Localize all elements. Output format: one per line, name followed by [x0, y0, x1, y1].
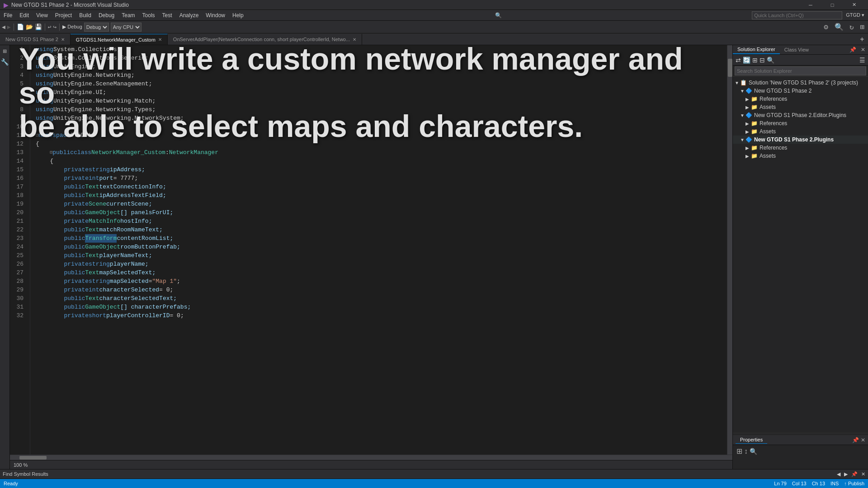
- se-tab-solution[interactable]: Solution Explorer: [733, 45, 780, 54]
- status-publish[interactable]: ↑ Publish: [844, 481, 864, 486]
- code-line-12: {: [36, 140, 727, 148]
- se-btn-4[interactable]: ⊟: [760, 56, 765, 64]
- menu-project[interactable]: Project: [52, 10, 75, 20]
- menu-analyze[interactable]: Analyze: [176, 10, 203, 20]
- tabbar: New GTGD S1 Phase 2 ✕ GTGDS1.NetworkMana…: [0, 33, 868, 45]
- toolbar-open-icon[interactable]: 📂: [26, 23, 33, 31]
- se-search-input[interactable]: [735, 66, 866, 75]
- se-item-solution[interactable]: ▼ 📋 Solution 'New GTGD S1 Phase 2' (3 pr…: [733, 79, 868, 87]
- menu-window[interactable]: Window: [202, 10, 229, 20]
- code-content[interactable]: using System.Collections; using System.C…: [30, 45, 727, 455]
- zoom-bar: 100 %: [10, 460, 732, 469]
- se-close-icon[interactable]: ✕: [858, 47, 868, 53]
- status-ln: Ln 79: [774, 481, 787, 486]
- se-icon-1[interactable]: ⚙: [824, 23, 828, 32]
- se-item-refs3[interactable]: ▶ 📁 References: [733, 144, 868, 152]
- close-button[interactable]: ✕: [844, 0, 864, 10]
- tab-networkmanager[interactable]: GTGDS1.NetworkManager_Custom ✕: [71, 34, 168, 45]
- status-col: Col 13: [792, 481, 807, 486]
- se-item-refs2[interactable]: ▶ 📁 References: [733, 119, 868, 127]
- se-item-assets2[interactable]: ▶ 📁 Assets: [733, 127, 868, 136]
- se-label-assets2: Assets: [760, 128, 776, 135]
- se-icon-3[interactable]: ↻: [849, 23, 854, 32]
- se-btn-6[interactable]: ☰: [859, 56, 865, 64]
- vertical-scrollbar[interactable]: [727, 45, 732, 455]
- menu-build[interactable]: Build: [75, 10, 95, 20]
- find-close-icon[interactable]: ✕: [861, 471, 865, 477]
- tab-project[interactable]: New GTGD S1 Phase 2 ✕: [0, 34, 71, 45]
- new-tab-button[interactable]: +: [856, 34, 868, 45]
- find-next-icon[interactable]: ▶: [844, 471, 848, 477]
- code-line-27: public Text mapSelectedText;: [36, 268, 727, 277]
- se-label-refs3: References: [760, 145, 787, 151]
- se-item-project2[interactable]: ▼ 🔷 New GTGD S1 Phase 2.Editor.Plugins: [733, 111, 868, 119]
- minimize-button[interactable]: ─: [800, 0, 821, 10]
- menu-file[interactable]: File: [0, 10, 16, 20]
- code-editor[interactable]: 1 2 3 4 5 6 7 8 9 10 11 12 13 14 15 16 1: [10, 45, 732, 455]
- code-line-21: private MatchInfo hostInfo;: [36, 217, 727, 225]
- se-item-project3[interactable]: ▼ 🔷 New GTGD S1 Phase 2.Plugins: [733, 136, 868, 144]
- platform-select[interactable]: Any CPU: [111, 23, 142, 32]
- code-line-14: {: [36, 157, 727, 165]
- menu-tools[interactable]: Tools: [139, 10, 159, 20]
- zoom-label[interactable]: 100 %: [14, 462, 28, 468]
- find-results-label: Find Symbol Results: [3, 471, 837, 477]
- menu-view[interactable]: View: [33, 10, 52, 20]
- toolbar-redo-icon[interactable]: ↪: [53, 23, 57, 31]
- config-select[interactable]: Debug: [84, 23, 109, 32]
- se-item-assets3[interactable]: ▶ 📁 Assets: [733, 152, 868, 160]
- se-toolbar: ⇄ 🔄 ⊞ ⊟ 🔍 ☰: [733, 55, 868, 66]
- se-btn-1[interactable]: ⇄: [736, 56, 741, 64]
- profile-label[interactable]: GTGD ▾: [846, 12, 864, 18]
- se-item-project1[interactable]: ▼ 🔷 New GTGD S1 Phase 2: [733, 87, 868, 95]
- prop-alphabetical-icon[interactable]: ↕: [744, 447, 748, 455]
- se-btn-2[interactable]: 🔄: [743, 56, 750, 64]
- quick-launch-input[interactable]: [752, 11, 842, 19]
- code-line-22: public Text matchRoomNameText;: [36, 225, 727, 234]
- menu-edit[interactable]: Edit: [16, 10, 33, 20]
- toolbar-undo-icon[interactable]: ↩: [48, 23, 52, 31]
- prop-pin-icon[interactable]: 📌: [852, 437, 859, 443]
- find-prev-icon[interactable]: ◀: [837, 471, 840, 477]
- prop-search-icon[interactable]: 🔍: [750, 448, 757, 455]
- prop-close-icon[interactable]: ✕: [861, 437, 865, 443]
- find-pin-icon[interactable]: 📌: [851, 471, 858, 477]
- tab-onserveraddplayer-close[interactable]: ✕: [353, 37, 356, 42]
- prop-categorized-icon[interactable]: ⊞: [736, 447, 742, 455]
- se-btn-5[interactable]: 🔍: [767, 56, 774, 64]
- toolbar-back-icon[interactable]: ◀: [2, 23, 5, 31]
- tab-onserveraddplayer[interactable]: OnServerAddPlayer(NetworkConnection conn…: [168, 34, 362, 45]
- prop-icons-row: ⊞ ↕ 🔍: [733, 445, 868, 457]
- menu-help[interactable]: Help: [229, 10, 247, 20]
- tab-project-close[interactable]: ✕: [61, 37, 65, 42]
- maximize-button[interactable]: □: [822, 0, 843, 10]
- menu-debug[interactable]: Debug: [95, 10, 118, 20]
- se-icon-2[interactable]: 🔍: [835, 23, 844, 32]
- toolbar-forward-icon[interactable]: ▶: [7, 23, 11, 31]
- se-toolbar-icons: ⚙ 🔍 ↻ ⊞: [824, 23, 866, 32]
- window-controls: ─ □ ✕: [800, 0, 864, 10]
- se-item-assets1[interactable]: ▶ 📁 Assets: [733, 103, 868, 111]
- se-btn-3[interactable]: ⊞: [752, 56, 758, 64]
- editor-area: You will write a custom network manager …: [10, 45, 732, 469]
- sidebar-server-btn[interactable]: ⊞: [0, 47, 9, 56]
- se-arrow-assets3: ▶: [745, 154, 750, 159]
- se-pin-icon[interactable]: 📌: [848, 47, 858, 53]
- sidebar-toolbox-btn[interactable]: 🔧: [0, 58, 9, 67]
- menu-team[interactable]: Team: [118, 10, 138, 20]
- code-line-20: public GameObject[] panelsForUI;: [36, 208, 727, 217]
- tab-networkmanager-close[interactable]: ✕: [158, 37, 162, 42]
- se-item-refs1[interactable]: ▶ 📁 References: [733, 95, 868, 103]
- se-arrow-refs3: ▶: [745, 145, 750, 150]
- find-results-icons: ◀ ▶ 📌 ✕: [837, 471, 865, 477]
- toolbar-save-icon[interactable]: 💾: [35, 23, 42, 31]
- se-arrow-assets1: ▶: [745, 105, 750, 110]
- tab-onserveraddplayer-label: OnServerAddPlayer(NetworkConnection conn…: [173, 37, 350, 42]
- code-line-32: private short playerControllerID = 0;: [36, 311, 727, 320]
- properties-tab[interactable]: Properties: [736, 436, 767, 444]
- horizontal-scrollbar[interactable]: [10, 455, 732, 460]
- menu-test[interactable]: Test: [159, 10, 176, 20]
- se-icon-4[interactable]: ⊞: [860, 23, 864, 32]
- se-tab-classview[interactable]: Class View: [780, 46, 813, 54]
- toolbar-new-icon[interactable]: 📄: [17, 23, 24, 31]
